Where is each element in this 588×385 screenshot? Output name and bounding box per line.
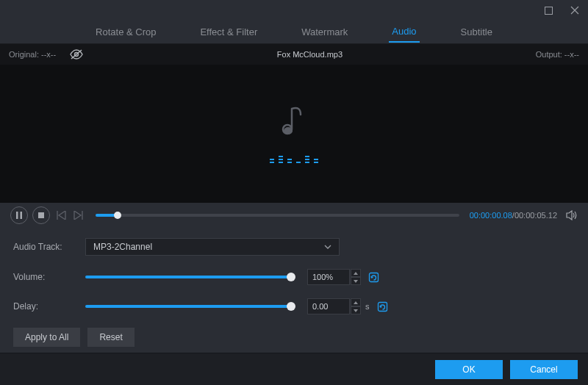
audio-track-label: Audio Track: — [13, 242, 85, 252]
svg-rect-0 — [545, 7, 552, 14]
tab-bar: Rotate & Crop Effect & Filter Watermark … — [0, 21, 588, 44]
audio-track-select[interactable]: MP3-2Channel — [85, 238, 340, 256]
footer: OK Cancel — [0, 353, 588, 385]
svg-rect-5 — [21, 212, 23, 219]
equalizer-icon — [270, 148, 318, 163]
apply-to-all-button[interactable]: Apply to All — [13, 328, 80, 347]
close-button[interactable] — [564, 3, 585, 18]
titlebar — [0, 0, 588, 21]
svg-rect-4 — [16, 212, 18, 219]
svg-rect-7 — [370, 273, 379, 281]
delay-unit: s — [365, 302, 370, 311]
time-display: 00:00:00.08/00:00:05.12 — [470, 211, 557, 220]
delay-reset-icon[interactable] — [377, 301, 388, 312]
svg-point-3 — [284, 127, 293, 134]
delay-spinner[interactable] — [351, 298, 361, 314]
svg-rect-6 — [38, 212, 44, 218]
original-label: Original: --x-- — [9, 50, 56, 59]
volume-reset-icon[interactable] — [368, 272, 379, 283]
next-frame-button[interactable] — [73, 211, 83, 220]
tab-rotate-crop[interactable]: Rotate & Crop — [93, 22, 159, 42]
audio-artwork — [270, 104, 318, 163]
progress-slider[interactable] — [96, 214, 459, 217]
playback-bar: 00:00:00.08/00:00:05.12 — [0, 203, 588, 228]
svg-rect-8 — [378, 302, 387, 311]
volume-spinner[interactable] — [351, 269, 361, 285]
ok-button[interactable]: OK — [435, 360, 503, 379]
volume-field[interactable]: 100% — [307, 269, 350, 285]
maximize-button[interactable] — [538, 3, 559, 18]
volume-icon[interactable] — [566, 210, 578, 220]
delay-label: Delay: — [13, 301, 85, 312]
tab-audio[interactable]: Audio — [389, 21, 419, 43]
pause-button[interactable] — [10, 206, 28, 224]
compare-toggle-icon[interactable] — [69, 49, 84, 60]
delay-field[interactable]: 0.00 — [307, 298, 350, 314]
output-label: Output: --x-- — [536, 50, 579, 59]
prev-frame-button[interactable] — [57, 211, 67, 220]
tab-effect-filter[interactable]: Effect & Filter — [197, 22, 260, 42]
stop-button[interactable] — [32, 206, 50, 224]
volume-slider[interactable] — [85, 276, 291, 278]
tab-watermark[interactable]: Watermark — [298, 22, 351, 42]
reset-button[interactable]: Reset — [87, 328, 134, 347]
volume-label: Volume: — [13, 272, 85, 282]
delay-slider[interactable] — [85, 305, 291, 308]
preview-area — [0, 65, 588, 203]
editor-window: Rotate & Crop Effect & Filter Watermark … — [0, 0, 588, 385]
audio-controls: Audio Track: MP3-2Channel Volume: 100% D… — [0, 228, 588, 353]
info-bar: Original: --x-- Fox McCloud.mp3 Output: … — [0, 44, 588, 65]
filename: Fox McCloud.mp3 — [84, 50, 536, 59]
cancel-button[interactable]: Cancel — [510, 360, 578, 379]
tab-subtitle[interactable]: Subtitle — [458, 22, 495, 42]
chevron-down-icon — [324, 245, 331, 249]
music-note-icon — [282, 104, 306, 138]
